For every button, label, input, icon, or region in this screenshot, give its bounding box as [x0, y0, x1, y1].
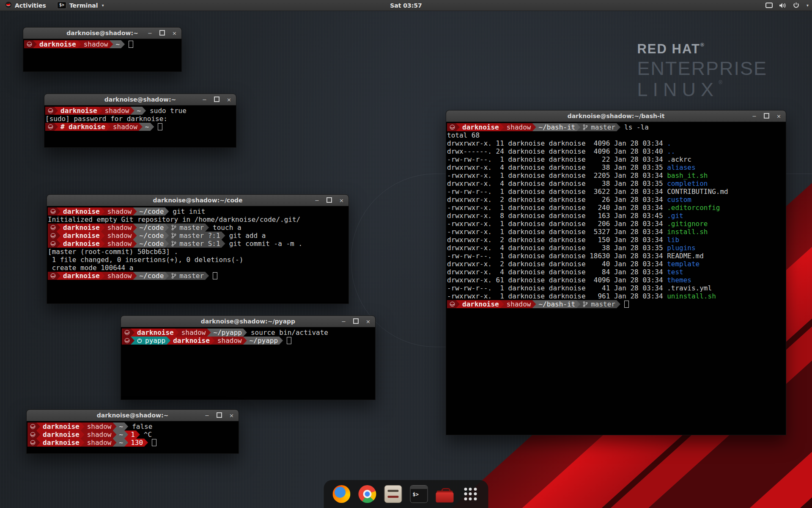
- maximize-button[interactable]: [764, 113, 769, 119]
- prompt-line: darknoiseshadow~/codemaster: [48, 272, 348, 280]
- top-bar: Activities $> Terminal ▾ Sat 03:57 ▾: [0, 0, 812, 11]
- file-name: custom: [667, 196, 691, 204]
- output-line: [master (root-commit) 50bcb63] .: [48, 248, 348, 256]
- prompt-host-segment: shadow: [101, 224, 137, 232]
- window-title: darknoise@shadow:~/pyapp: [201, 318, 295, 325]
- output-text: drwxrwxr-x. 2 darknoise darknoise 26 Jan…: [447, 196, 667, 204]
- output-line: [sudo] password for darknoise:: [45, 115, 236, 123]
- file-name: .travis.yml: [667, 284, 712, 292]
- output-text: Initialized empty Git repository in /hom…: [48, 215, 300, 224]
- window-titlebar[interactable]: darknoise@shadow:~ − ×: [44, 94, 236, 105]
- toolbox-icon[interactable]: [436, 485, 454, 503]
- window-title: darknoise@shadow:~: [104, 96, 176, 103]
- output-text: create mode 100644 a: [48, 264, 133, 272]
- minimize-button[interactable]: −: [315, 198, 319, 203]
- prompt-line: darknoiseshadow~false: [27, 422, 239, 431]
- output-text: -rw-rw-r--. 1 darknoise darknoise 18630 …: [447, 252, 667, 260]
- volume-icon[interactable]: [779, 3, 787, 8]
- output-text: -rwxrwxr-x. 1 darknoise darknoise 961 Ja…: [447, 292, 667, 300]
- command-text: ^C: [144, 431, 152, 439]
- window-titlebar[interactable]: darknoise@shadow:~/bash-it − ×: [446, 110, 786, 122]
- output-text: 1 file changed, 0 insertions(+), 0 delet…: [48, 256, 243, 264]
- window-titlebar[interactable]: darknoise@shadow:~ − ×: [27, 410, 239, 421]
- clock[interactable]: Sat 03:57: [390, 0, 422, 11]
- minimize-button[interactable]: −: [202, 97, 207, 102]
- file-name: README.md: [667, 252, 704, 260]
- prompt-user-segment: # darknoise: [54, 123, 110, 131]
- chrome-icon[interactable]: [358, 485, 377, 503]
- terminal-body[interactable]: darknoiseshadow~/bash-itmasterls -latota…: [446, 122, 786, 435]
- output-line: drwxrwxr-x. 11 darknoise darknoise 4096 …: [447, 139, 786, 147]
- terminal-window-exit-codes: darknoise@shadow:~ − × darknoiseshadow~f…: [26, 409, 239, 454]
- display-icon[interactable]: [765, 3, 773, 8]
- prompt-path-segment: ~/code: [133, 207, 169, 215]
- terminal-body[interactable]: darknoiseshadow~/pyappsource bin/activat…: [121, 327, 375, 400]
- dock: $>: [324, 480, 488, 508]
- close-button[interactable]: ×: [776, 113, 781, 119]
- output-text: [master (root-commit) 50bcb63] .: [48, 248, 178, 256]
- terminal-dock-icon[interactable]: $>: [410, 485, 428, 503]
- output-line: -rwxrwxr-x. 1 darknoise darknoise 206 Ja…: [447, 220, 786, 228]
- prompt-path-segment: ~/pyapp: [243, 337, 283, 345]
- close-button[interactable]: ×: [366, 319, 370, 324]
- output-line: -rwxrwxr-x. 1 darknoise darknoise 5327 J…: [447, 228, 786, 236]
- file-name: CONTRIBUTING.md: [667, 188, 728, 196]
- prompt-user-segment: darknoise: [36, 439, 85, 447]
- app-menu[interactable]: $> Terminal ▾: [53, 0, 108, 11]
- close-button[interactable]: ×: [172, 30, 177, 36]
- prompt-user-segment: darknoise: [57, 240, 105, 248]
- window-title: darknoise@shadow:~: [97, 412, 169, 419]
- system-menu-chevron-icon[interactable]: ▾: [807, 3, 809, 8]
- wordmark-redhat: RED HAT: [637, 41, 700, 56]
- prompt-user-segment: darknoise: [36, 422, 85, 431]
- prompt-git-segment: master: [576, 123, 620, 131]
- prompt-git-segment: master: [165, 272, 209, 280]
- file-name: .editorconfig: [667, 204, 720, 212]
- prompt-user-segment: darknoise: [33, 40, 81, 48]
- terminal-body[interactable]: darknoiseshadow~sudo true[sudo] password…: [44, 105, 236, 147]
- files-icon[interactable]: [384, 485, 403, 503]
- minimize-button[interactable]: −: [752, 113, 757, 119]
- activities-button[interactable]: Activities: [0, 0, 51, 11]
- maximize-button[interactable]: [326, 197, 332, 204]
- prompt-path-segment: ~/code: [133, 272, 169, 280]
- output-text: drwx------. 24 darknoise darknoise 4096 …: [447, 147, 667, 155]
- command-text: sudo true: [150, 107, 187, 115]
- window-titlebar[interactable]: darknoise@shadow:~/code − ×: [47, 195, 348, 206]
- terminal-body[interactable]: darknoiseshadow~/codegit initInitialized…: [47, 206, 348, 304]
- window-titlebar[interactable]: darknoise@shadow:~/pyapp − ×: [121, 316, 375, 327]
- minimize-button[interactable]: −: [148, 30, 152, 36]
- prompt-user-segment: darknoise: [36, 431, 85, 439]
- close-button[interactable]: ×: [339, 198, 344, 203]
- prompt-path-segment: ~/code: [133, 240, 169, 248]
- output-text: drwxrwxr-x. 2 darknoise darknoise 40 Jan…: [447, 260, 667, 268]
- prompt-host-segment: shadow: [500, 300, 536, 308]
- prompt-host-segment: shadow: [211, 337, 247, 345]
- close-button[interactable]: ×: [227, 97, 231, 102]
- output-text: drwxrwxr-x. 4 darknoise darknoise 84 Jan…: [447, 268, 667, 276]
- firefox-icon[interactable]: [332, 485, 351, 503]
- minimize-button[interactable]: −: [341, 319, 346, 324]
- terminal-window-sudo: darknoise@shadow:~ − × darknoiseshadow~s…: [44, 94, 236, 148]
- maximize-icon: [353, 318, 359, 324]
- output-line: -rw-rw-r--. 1 darknoise darknoise 22 Jan…: [447, 155, 786, 163]
- output-line: drwxrwxr-x. 4 darknoise darknoise 38 Jan…: [447, 163, 786, 171]
- command-text: touch a: [213, 224, 241, 232]
- window-titlebar[interactable]: darknoise@shadow:~ − ×: [23, 28, 181, 39]
- output-text: drwxrwxr-x. 61 darknoise darknoise 4096 …: [447, 276, 667, 284]
- app-grid-icon[interactable]: [461, 485, 480, 503]
- maximize-icon: [764, 113, 769, 119]
- maximize-button[interactable]: [159, 30, 165, 36]
- prompt-git-segment: master: [165, 224, 209, 232]
- maximize-button[interactable]: [353, 318, 359, 325]
- maximize-button[interactable]: [217, 412, 222, 419]
- minimize-button[interactable]: −: [205, 413, 209, 418]
- close-button[interactable]: ×: [229, 413, 234, 418]
- file-name: .ackrc: [667, 155, 691, 163]
- terminal-body[interactable]: darknoiseshadow~falsedarknoiseshadow~1^C…: [27, 421, 239, 453]
- power-icon[interactable]: [793, 2, 799, 8]
- maximize-icon: [217, 412, 222, 418]
- terminal-body[interactable]: darknoiseshadow~: [23, 39, 181, 72]
- output-text: drwxrwxr-x. 4 darknoise darknoise 38 Jan…: [447, 244, 667, 252]
- maximize-button[interactable]: [214, 97, 219, 103]
